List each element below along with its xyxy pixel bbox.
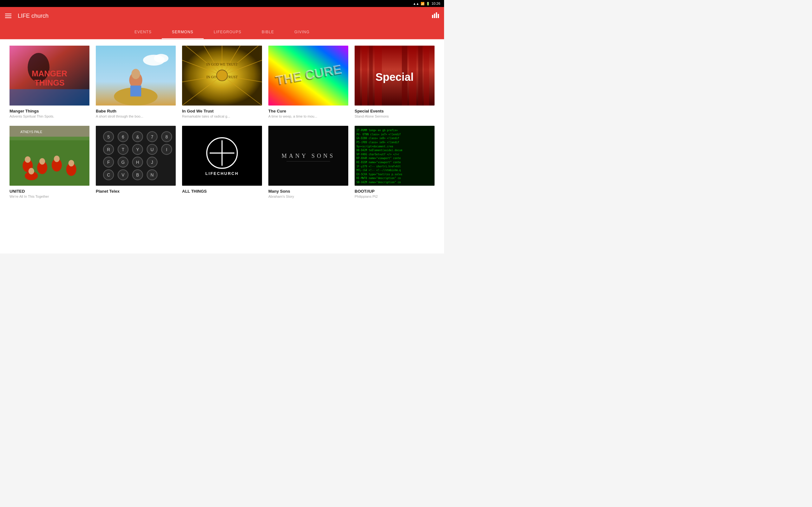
svg-text:KP-8X4R name="viewport" conte: KP-8X4R name="viewport" conte	[357, 157, 401, 160]
svg-text:KE-EGSM name="viewport" conte: KE-EGSM name="viewport" conte	[357, 161, 401, 164]
svg-text:GA-D2B8 class= ie8> <![endif: GA-D2B8 class= ie8> <![endif	[357, 137, 399, 140]
svg-text:9p><script>document.crea: 9p><script>document.crea	[357, 145, 393, 148]
svg-text:5: 5	[107, 135, 110, 139]
svg-text:C: C	[107, 173, 110, 177]
svg-rect-0	[432, 15, 433, 18]
sermon-item-manger-things[interactable]: MANGER THINGS Manger Things Advents Spir…	[9, 46, 90, 118]
sermon-title: UNITED	[9, 189, 90, 193]
svg-text:MANY SONS: MANY SONS	[282, 153, 335, 159]
svg-text:HB-D42M teElement(aside).docum: HB-D42M teElement(aside).docum	[357, 149, 403, 152]
status-time: 10:26	[432, 2, 440, 5]
svg-text:Y: Y	[136, 147, 139, 152]
svg-point-12	[154, 54, 168, 62]
sermon-thumb-planet-telex: 5 6 & 7 8 R T	[96, 126, 176, 186]
sermon-title: ALL THINGS	[182, 189, 262, 193]
svg-text:KE-MWT8 name="description" co: KE-MWT8 name="description" co	[357, 177, 401, 180]
sermon-thumb-the-cure: THE CURE THE CURE	[268, 46, 348, 106]
sermon-subtitle: A short stroll through the boo...	[96, 114, 176, 118]
sermon-grid: MANGER THINGS Manger Things Advents Spir…	[9, 46, 435, 199]
sermon-title: Special Events	[355, 109, 435, 113]
svg-text:T: T	[122, 147, 125, 152]
svg-text:B: B	[136, 173, 139, 177]
svg-point-56	[29, 168, 34, 175]
svg-text:SB-U4ZM name="description" co: SB-U4ZM name="description" co	[357, 181, 401, 184]
wifi-icon: ▲▲	[413, 2, 419, 5]
sermon-item-the-cure[interactable]: THE CURE THE CURE The Cure A time to wee…	[268, 46, 348, 118]
svg-point-50	[39, 158, 45, 165]
tab-events[interactable]: EVENTS	[124, 25, 162, 39]
sermon-subtitle: We're All In This Together	[9, 194, 90, 199]
svg-text:6: 6	[122, 135, 124, 139]
svg-point-16	[131, 69, 140, 79]
sermon-title: In God We Trust	[182, 109, 262, 113]
svg-text:H: H	[136, 160, 139, 165]
sermon-subtitle: Remarkable tales of radical g...	[182, 114, 262, 118]
svg-text:LIFECHURCH: LIFECHURCH	[206, 171, 239, 176]
tab-bible[interactable]: BIBLE	[252, 25, 284, 39]
sermon-item-babe-ruth[interactable]: Babe Ruth A short stroll through the boo…	[96, 46, 176, 118]
svg-rect-36	[355, 46, 360, 106]
sermon-thumb-many-sons: MANY SONS	[268, 126, 348, 186]
svg-text:VP-V46G charSet=utf </> </>r: VP-V46G charSet=utf </> </>r	[357, 153, 399, 156]
svg-point-31	[217, 70, 227, 81]
app-bar: LIFE church	[0, 7, 444, 25]
svg-text:THINGS: THINGS	[34, 78, 64, 87]
svg-text:PV- 6TNN class= ie7> <![endif: PV- 6TNN class= ie7> <![endif	[357, 133, 401, 136]
sermon-subtitle: Philippians Pt2	[355, 194, 435, 199]
sermon-item-many-sons[interactable]: MANY SONS Many Sons Abraham's Story	[268, 126, 348, 199]
svg-text:J: J	[151, 160, 153, 165]
sermon-item-in-god-we-trust[interactable]: IN GOD WE TRUST IN GOD WE TRUST In God W…	[182, 46, 262, 118]
svg-text:ATNEYS PALE: ATNEYS PALE	[20, 130, 42, 134]
sermon-subtitle: Stand-Alone Sermons	[355, 114, 435, 118]
svg-rect-43	[424, 46, 429, 106]
tab-lifegroups[interactable]: LIFEGROUPS	[204, 25, 252, 39]
tab-giving[interactable]: GIVING	[284, 25, 320, 39]
stats-icon[interactable]	[432, 12, 439, 20]
svg-text:I: I	[166, 147, 167, 152]
svg-rect-3	[438, 14, 439, 18]
sermon-subtitle: Advents Spiritual Thin Spots.	[9, 114, 90, 118]
svg-text:MANGER: MANGER	[32, 69, 67, 78]
svg-text:R: R	[107, 147, 110, 152]
sermon-item-all-things[interactable]: LIFECHURCH ALL THINGS	[182, 126, 262, 199]
sermon-title: Many Sons	[268, 189, 348, 193]
sermon-thumb-in-god: IN GOD WE TRUST IN GOD WE TRUST	[182, 46, 262, 106]
svg-point-48	[25, 156, 31, 163]
status-icons: ▲▲ 📶 🔋 10:26	[413, 2, 440, 5]
sermon-title: Manger Things	[9, 109, 90, 113]
sermon-title: Planet Telex	[96, 189, 176, 193]
sermon-item-united[interactable]: ATNEYS PALE UNITED We're All In This Tog…	[9, 126, 90, 199]
sermon-title: BOOT//UP	[355, 189, 435, 193]
content-area: MANGER THINGS Manger Things Advents Spir…	[0, 39, 444, 253]
svg-text:P5-(P89 class= ie9> <![endif: P5-(P89 class= ie9> <![endif	[357, 141, 399, 144]
sermon-thumb-united: ATNEYS PALE	[9, 126, 90, 186]
svg-rect-37	[362, 46, 367, 106]
nav-tabs: EVENTS SERMONS LIFEGROUPS BIBLE GIVING	[0, 25, 444, 39]
svg-text:EX-SCXA type="text/css p.sales: EX-SCXA type="text/css p.sales	[357, 173, 403, 176]
tab-sermons[interactable]: SERMONS	[162, 25, 204, 39]
menu-button[interactable]	[5, 14, 11, 18]
sermon-title: Babe Ruth	[96, 109, 176, 113]
sermon-subtitle: A time to weep, a time to mou...	[268, 114, 348, 118]
svg-point-52	[54, 156, 60, 162]
svg-rect-42	[418, 46, 422, 106]
sermon-item-special-events[interactable]: Special Special Events Stand-Alone Sermo…	[355, 46, 435, 118]
app-title: LIFE church	[18, 13, 49, 19]
signal-icon: 📶	[420, 2, 424, 5]
sermon-subtitle: Abraham's Story	[268, 194, 348, 199]
svg-text:G: G	[121, 160, 125, 165]
sermon-thumb-babe-ruth	[96, 46, 176, 106]
svg-text:IN GOD WE TRUST: IN GOD WE TRUST	[206, 62, 238, 66]
svg-text:&: &	[136, 135, 139, 139]
svg-text:1F-y379 <!-- shortri.href=htt: 1F-y379 <!-- shortri.href=htt	[357, 165, 401, 168]
sermon-title: The Cure	[268, 109, 348, 113]
sermon-item-boot-up[interactable]: IT-PUMM long= en gb prefix= PV- 6TNN cla…	[355, 126, 435, 199]
sermon-thumb-boot-up: IT-PUMM long= en gb prefix= PV- 6TNN cla…	[355, 126, 435, 186]
sermon-item-planet-telex[interactable]: 5 6 & 7 8 R T	[96, 126, 176, 199]
svg-rect-2	[436, 12, 437, 18]
svg-text:F: F	[107, 160, 110, 165]
svg-rect-9	[9, 89, 90, 106]
svg-rect-15	[131, 86, 141, 96]
app-bar-left: LIFE church	[5, 13, 49, 19]
svg-text:V: V	[121, 173, 125, 177]
